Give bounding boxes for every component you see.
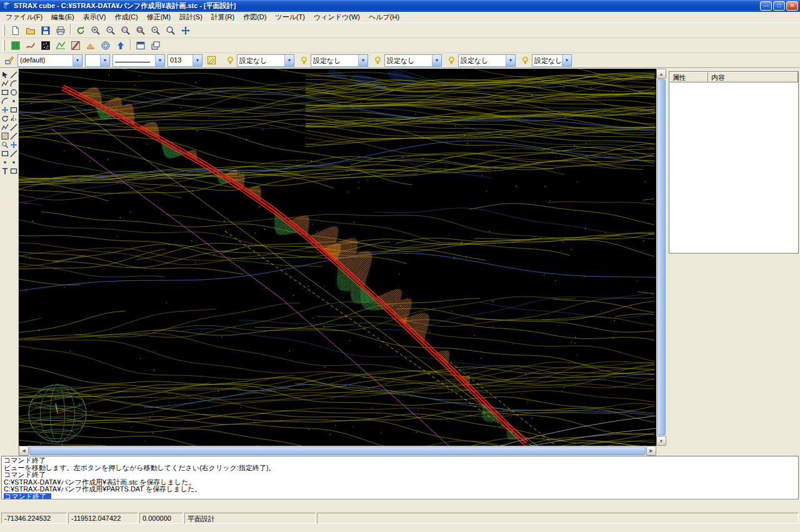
chevron-down-icon[interactable]: ▼ xyxy=(72,55,82,66)
print-button[interactable] xyxy=(53,24,68,37)
trim-button[interactable] xyxy=(9,123,18,132)
select-button[interactable] xyxy=(1,71,9,79)
surface-mesh-button[interactable] xyxy=(53,39,68,52)
menu-item-1[interactable]: 編集(E) xyxy=(47,11,79,23)
line-button[interactable] xyxy=(9,71,18,79)
offset-button[interactable] xyxy=(1,123,9,132)
rotate-button[interactable] xyxy=(1,114,9,123)
maximize-button[interactable]: □ xyxy=(773,1,785,11)
setting-combo-2[interactable]: 設定なし▼ xyxy=(384,54,442,67)
erase-button[interactable] xyxy=(1,149,9,158)
zoom-in-button[interactable] xyxy=(88,24,102,37)
close-shape-button[interactable] xyxy=(9,167,18,175)
chevron-down-icon[interactable]: ▼ xyxy=(562,55,571,66)
copy-button[interactable] xyxy=(9,106,18,114)
new-file-button[interactable] xyxy=(8,24,22,37)
redraw-button[interactable] xyxy=(73,24,88,37)
layer-pen-button[interactable] xyxy=(2,54,15,67)
setting-icon-button-0[interactable] xyxy=(224,54,236,67)
attribute-column-header[interactable]: 属性 xyxy=(669,72,708,82)
mirror-button[interactable] xyxy=(9,114,18,123)
hatch-button[interactable] xyxy=(1,132,9,140)
drawing-viewport[interactable] xyxy=(19,69,656,446)
menu-item-5[interactable]: 設計(S) xyxy=(175,11,207,23)
vertical-scrollbar[interactable]: ▲ ▼ xyxy=(656,69,666,446)
pen-settings-button[interactable] xyxy=(205,54,218,67)
spline-button[interactable] xyxy=(9,79,18,88)
menu-item-9[interactable]: ウィンドウ(W) xyxy=(309,11,364,23)
zoom-dynamic-button[interactable] xyxy=(163,24,178,37)
chevron-down-icon[interactable]: ▼ xyxy=(284,55,294,66)
zoom-window-button[interactable] xyxy=(118,24,132,37)
scroll-right-icon[interactable]: ▶ xyxy=(646,446,656,456)
command-log[interactable]: コマンド終了ビューを移動します。左ボタンを押しながら移動してください(右クリック… xyxy=(1,456,799,500)
linestyle-combo[interactable]: ▼ xyxy=(112,54,165,67)
menu-item-3[interactable]: 作成(C) xyxy=(110,11,142,23)
vertical-scroll-thumb[interactable] xyxy=(657,79,666,435)
arc-button[interactable] xyxy=(1,97,9,106)
setting-combo-0[interactable]: 設定なし▼ xyxy=(237,54,294,67)
text-button[interactable] xyxy=(1,167,9,175)
chevron-down-icon[interactable]: ▼ xyxy=(358,55,368,66)
content-column-header[interactable]: 内容 xyxy=(708,72,798,82)
attribute-list[interactable] xyxy=(669,82,798,253)
dimension-button[interactable] xyxy=(9,132,18,140)
menu-item-10[interactable]: ヘルプ(H) xyxy=(364,11,404,23)
minimize-button[interactable]: — xyxy=(760,1,772,11)
alignment-curve-button[interactable] xyxy=(23,39,38,52)
setting-icon-button-4[interactable] xyxy=(519,54,531,67)
zoom-part-button[interactable] xyxy=(1,140,9,149)
menu-item-4[interactable]: 修正(M) xyxy=(142,11,176,23)
up-direction-button[interactable] xyxy=(113,39,128,52)
zoom-extents-button[interactable] xyxy=(133,24,148,37)
rect-button[interactable] xyxy=(1,88,9,97)
snap-button[interactable] xyxy=(9,158,18,167)
pan-part-button[interactable] xyxy=(9,140,18,149)
layer-list-button[interactable] xyxy=(148,39,162,52)
aux-combo[interactable]: ▼ xyxy=(85,54,110,67)
circle-button[interactable] xyxy=(9,88,18,97)
chevron-down-icon[interactable]: ▼ xyxy=(506,55,515,66)
pan-button[interactable] xyxy=(178,24,192,37)
move-button[interactable] xyxy=(1,106,9,114)
globe-view-button[interactable] xyxy=(98,39,112,52)
setting-icon-button-1[interactable] xyxy=(298,54,310,67)
scroll-down-icon[interactable]: ▼ xyxy=(656,436,666,446)
zoom-previous-button[interactable] xyxy=(148,24,162,37)
close-button[interactable]: ✕ xyxy=(786,1,798,11)
new-window-button[interactable] xyxy=(133,39,148,52)
layer-combo[interactable]: (default) ▼ xyxy=(18,54,82,67)
setting-combo-1[interactable]: 設定なし▼ xyxy=(311,54,368,67)
parts-grid-button[interactable] xyxy=(8,39,22,52)
menu-item-2[interactable]: 表示(V) xyxy=(79,11,111,23)
setting-combo-3[interactable]: 設定なし▼ xyxy=(458,54,516,67)
scroll-up-icon[interactable]: ▲ xyxy=(656,69,666,79)
node-button[interactable] xyxy=(1,158,9,167)
app-icon[interactable] xyxy=(2,1,11,11)
menu-item-7[interactable]: 作図(D) xyxy=(239,11,271,23)
menu-item-0[interactable]: ファイル(F) xyxy=(1,11,47,23)
chevron-down-icon[interactable]: ▼ xyxy=(100,55,109,66)
toolbar-grip[interactable] xyxy=(2,25,5,36)
zoom-out-button[interactable] xyxy=(103,24,118,37)
open-file-button[interactable] xyxy=(23,24,38,37)
setting-icon-button-2[interactable] xyxy=(371,54,384,67)
point-button[interactable] xyxy=(9,97,18,106)
cross-section-button[interactable] xyxy=(83,39,98,52)
linewidth-combo[interactable]: 013 ▼ xyxy=(168,54,202,67)
save-file-button[interactable] xyxy=(38,24,52,37)
horizontal-scrollbar[interactable]: ◀ ▶ xyxy=(19,446,656,456)
road-design-button[interactable] xyxy=(68,39,82,52)
setting-icon-button-3[interactable] xyxy=(445,54,458,67)
scroll-left-icon[interactable]: ◀ xyxy=(19,446,29,456)
toolbar-grip[interactable] xyxy=(2,40,5,51)
horizontal-scroll-thumb[interactable] xyxy=(29,446,646,455)
chevron-down-icon[interactable]: ▼ xyxy=(192,55,202,66)
menu-item-6[interactable]: 計算(R) xyxy=(207,11,239,23)
terrain-points-button[interactable] xyxy=(38,39,52,52)
measure-button[interactable] xyxy=(9,149,18,158)
chevron-down-icon[interactable]: ▼ xyxy=(432,55,441,66)
chevron-down-icon[interactable]: ▼ xyxy=(155,55,164,66)
polyline-button[interactable] xyxy=(1,79,9,88)
setting-combo-4[interactable]: 設定なし▼ xyxy=(532,54,572,67)
